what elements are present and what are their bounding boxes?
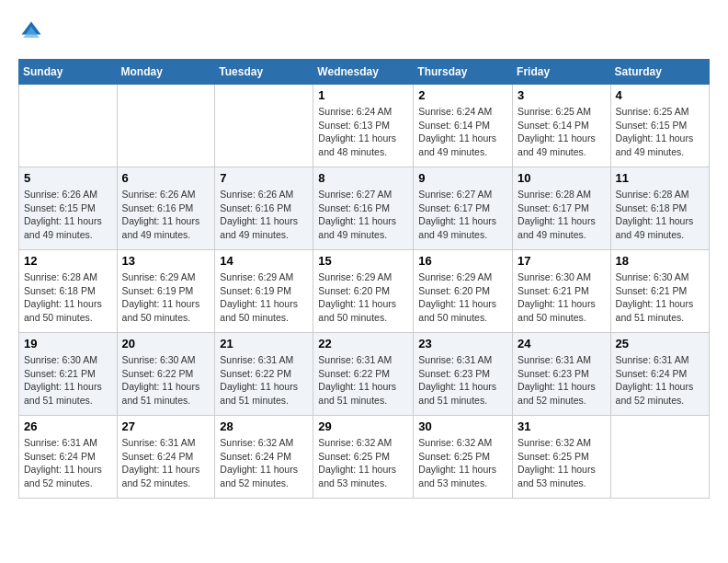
day-info: Sunrise: 6:26 AMSunset: 6:16 PMDaylight:…	[122, 188, 210, 242]
day-info: Sunrise: 6:32 AMSunset: 6:24 PMDaylight:…	[220, 436, 308, 490]
weekday-row: SundayMondayTuesdayWednesdayThursdayFrid…	[19, 60, 710, 85]
day-number: 13	[122, 254, 210, 268]
calendar-cell: 27Sunrise: 6:31 AMSunset: 6:24 PMDayligh…	[117, 416, 215, 499]
calendar-cell: 15Sunrise: 6:29 AMSunset: 6:20 PMDayligh…	[313, 250, 414, 333]
weekday-header-sunday: Sunday	[19, 60, 118, 85]
day-number: 28	[220, 419, 308, 433]
calendar-cell	[610, 416, 709, 499]
calendar-cell: 12Sunrise: 6:28 AMSunset: 6:18 PMDayligh…	[19, 250, 118, 333]
calendar-cell: 29Sunrise: 6:32 AMSunset: 6:25 PMDayligh…	[313, 416, 414, 499]
day-number: 21	[220, 337, 308, 350]
day-info: Sunrise: 6:29 AMSunset: 6:19 PMDaylight:…	[220, 270, 308, 325]
day-number: 15	[318, 254, 408, 268]
day-info: Sunrise: 6:24 AMSunset: 6:13 PMDaylight:…	[318, 105, 408, 159]
calendar-cell: 20Sunrise: 6:30 AMSunset: 6:22 PMDayligh…	[117, 333, 215, 416]
day-number: 14	[220, 254, 308, 268]
day-number: 9	[418, 171, 507, 185]
day-number: 10	[518, 171, 606, 185]
day-number: 31	[518, 419, 606, 433]
day-number: 17	[518, 254, 606, 268]
weekday-header-wednesday: Wednesday	[313, 60, 414, 85]
calendar-cell: 14Sunrise: 6:29 AMSunset: 6:19 PMDayligh…	[215, 250, 313, 333]
calendar-week-5: 26Sunrise: 6:31 AMSunset: 6:24 PMDayligh…	[19, 416, 710, 499]
calendar-cell: 9Sunrise: 6:27 AMSunset: 6:17 PMDaylight…	[414, 167, 513, 250]
weekday-header-thursday: Thursday	[414, 60, 513, 85]
day-number: 25	[616, 337, 704, 350]
calendar-cell: 11Sunrise: 6:28 AMSunset: 6:18 PMDayligh…	[610, 167, 709, 250]
day-info: Sunrise: 6:31 AMSunset: 6:22 PMDaylight:…	[318, 353, 408, 408]
calendar-cell: 31Sunrise: 6:32 AMSunset: 6:25 PMDayligh…	[513, 416, 611, 499]
day-info: Sunrise: 6:30 AMSunset: 6:21 PMDaylight:…	[24, 353, 112, 408]
calendar-cell: 18Sunrise: 6:30 AMSunset: 6:21 PMDayligh…	[610, 250, 709, 333]
day-info: Sunrise: 6:31 AMSunset: 6:22 PMDaylight:…	[220, 353, 308, 408]
day-info: Sunrise: 6:29 AMSunset: 6:20 PMDaylight:…	[418, 270, 507, 325]
day-number: 3	[518, 88, 606, 102]
calendar-body: 1Sunrise: 6:24 AMSunset: 6:13 PMDaylight…	[19, 85, 710, 499]
calendar-cell: 30Sunrise: 6:32 AMSunset: 6:25 PMDayligh…	[414, 416, 513, 499]
day-number: 8	[318, 171, 408, 185]
day-info: Sunrise: 6:27 AMSunset: 6:17 PMDaylight:…	[418, 188, 507, 242]
day-number: 19	[24, 337, 112, 350]
calendar-cell: 5Sunrise: 6:26 AMSunset: 6:15 PMDaylight…	[19, 167, 118, 250]
weekday-header-tuesday: Tuesday	[215, 60, 313, 85]
day-info: Sunrise: 6:26 AMSunset: 6:15 PMDaylight:…	[24, 188, 112, 242]
calendar-table: SundayMondayTuesdayWednesdayThursdayFrid…	[18, 59, 710, 499]
calendar-week-4: 19Sunrise: 6:30 AMSunset: 6:21 PMDayligh…	[19, 333, 710, 416]
day-number: 6	[122, 171, 210, 185]
calendar-cell: 1Sunrise: 6:24 AMSunset: 6:13 PMDaylight…	[313, 85, 414, 167]
calendar-cell: 24Sunrise: 6:31 AMSunset: 6:23 PMDayligh…	[513, 333, 611, 416]
calendar-cell: 13Sunrise: 6:29 AMSunset: 6:19 PMDayligh…	[117, 250, 215, 333]
logo-icon	[18, 18, 44, 44]
day-info: Sunrise: 6:32 AMSunset: 6:25 PMDaylight:…	[418, 436, 507, 490]
day-info: Sunrise: 6:28 AMSunset: 6:18 PMDaylight:…	[616, 188, 704, 242]
day-info: Sunrise: 6:30 AMSunset: 6:21 PMDaylight:…	[616, 270, 704, 325]
day-info: Sunrise: 6:32 AMSunset: 6:25 PMDaylight:…	[318, 436, 408, 490]
day-number: 29	[318, 419, 408, 433]
day-number: 18	[616, 254, 704, 268]
day-number: 27	[122, 419, 210, 433]
day-info: Sunrise: 6:31 AMSunset: 6:24 PMDaylight:…	[24, 436, 112, 490]
day-number: 2	[418, 88, 507, 102]
calendar-cell: 10Sunrise: 6:28 AMSunset: 6:17 PMDayligh…	[513, 167, 611, 250]
day-info: Sunrise: 6:24 AMSunset: 6:14 PMDaylight:…	[418, 105, 507, 159]
calendar-cell	[215, 85, 313, 167]
day-number: 23	[418, 337, 507, 350]
page-header	[18, 18, 710, 44]
day-number: 26	[24, 419, 112, 433]
calendar-cell	[19, 85, 118, 167]
calendar-cell: 28Sunrise: 6:32 AMSunset: 6:24 PMDayligh…	[215, 416, 313, 499]
calendar-cell: 7Sunrise: 6:26 AMSunset: 6:16 PMDaylight…	[215, 167, 313, 250]
day-info: Sunrise: 6:30 AMSunset: 6:22 PMDaylight:…	[122, 353, 210, 408]
calendar-cell: 19Sunrise: 6:30 AMSunset: 6:21 PMDayligh…	[19, 333, 118, 416]
weekday-header-monday: Monday	[117, 60, 215, 85]
day-number: 30	[418, 419, 507, 433]
day-info: Sunrise: 6:32 AMSunset: 6:25 PMDaylight:…	[518, 436, 606, 490]
day-number: 24	[518, 337, 606, 350]
day-info: Sunrise: 6:31 AMSunset: 6:23 PMDaylight:…	[518, 353, 606, 408]
day-number: 5	[24, 171, 112, 185]
weekday-header-friday: Friday	[513, 60, 611, 85]
weekday-header-saturday: Saturday	[610, 60, 709, 85]
day-info: Sunrise: 6:30 AMSunset: 6:21 PMDaylight:…	[518, 270, 606, 325]
day-info: Sunrise: 6:27 AMSunset: 6:16 PMDaylight:…	[318, 188, 408, 242]
day-info: Sunrise: 6:28 AMSunset: 6:18 PMDaylight:…	[24, 270, 112, 325]
calendar-cell: 2Sunrise: 6:24 AMSunset: 6:14 PMDaylight…	[414, 85, 513, 167]
day-number: 4	[616, 88, 704, 102]
calendar-cell: 25Sunrise: 6:31 AMSunset: 6:24 PMDayligh…	[610, 333, 709, 416]
calendar-cell: 17Sunrise: 6:30 AMSunset: 6:21 PMDayligh…	[513, 250, 611, 333]
day-info: Sunrise: 6:28 AMSunset: 6:17 PMDaylight:…	[518, 188, 606, 242]
day-number: 22	[318, 337, 408, 350]
calendar-week-3: 12Sunrise: 6:28 AMSunset: 6:18 PMDayligh…	[19, 250, 710, 333]
calendar-cell: 23Sunrise: 6:31 AMSunset: 6:23 PMDayligh…	[414, 333, 513, 416]
day-info: Sunrise: 6:31 AMSunset: 6:24 PMDaylight:…	[616, 353, 704, 408]
day-info: Sunrise: 6:31 AMSunset: 6:24 PMDaylight:…	[122, 436, 210, 490]
day-info: Sunrise: 6:29 AMSunset: 6:19 PMDaylight:…	[122, 270, 210, 325]
day-info: Sunrise: 6:31 AMSunset: 6:23 PMDaylight:…	[418, 353, 507, 408]
day-number: 12	[24, 254, 112, 268]
calendar-cell: 3Sunrise: 6:25 AMSunset: 6:14 PMDaylight…	[513, 85, 611, 167]
calendar-cell: 22Sunrise: 6:31 AMSunset: 6:22 PMDayligh…	[313, 333, 414, 416]
calendar-cell: 8Sunrise: 6:27 AMSunset: 6:16 PMDaylight…	[313, 167, 414, 250]
day-info: Sunrise: 6:25 AMSunset: 6:15 PMDaylight:…	[616, 105, 704, 159]
day-info: Sunrise: 6:29 AMSunset: 6:20 PMDaylight:…	[318, 270, 408, 325]
day-info: Sunrise: 6:25 AMSunset: 6:14 PMDaylight:…	[518, 105, 606, 159]
